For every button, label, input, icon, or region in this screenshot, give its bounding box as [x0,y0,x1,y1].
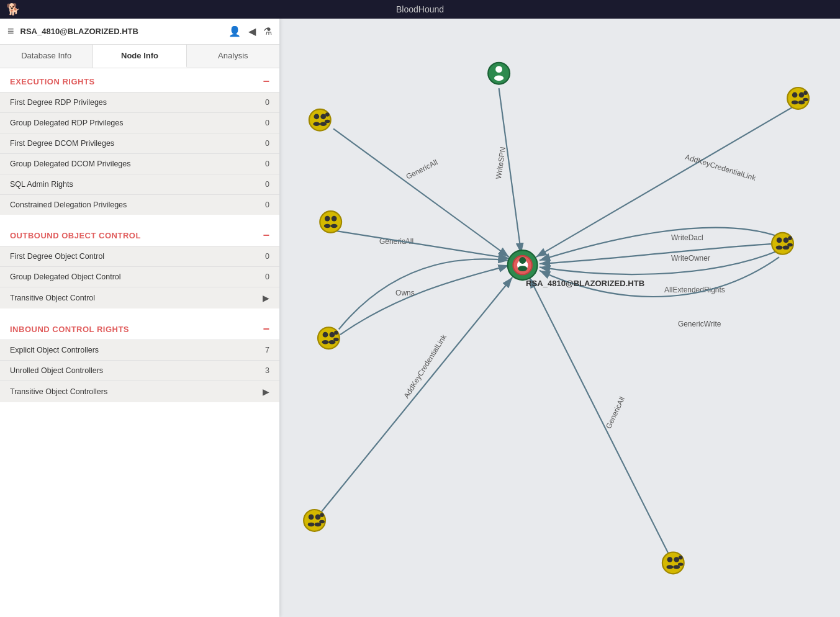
collapse-inbound[interactable]: − [263,323,269,335]
svg-point-53 [334,331,338,335]
svg-point-56 [325,216,330,222]
svg-point-26 [494,75,504,81]
svg-text:AddKeyCredentialLink: AddKeyCredentialLink [684,153,757,182]
row-constrained-delegation[interactable]: Constrained Delegation Privileges 0 [0,194,279,215]
svg-line-3 [333,128,509,257]
app-title: BloodHound [396,4,444,14]
svg-point-62 [315,515,321,520]
divider-2 [0,308,279,316]
menu-icon[interactable]: ≡ [7,25,14,38]
filter-icon[interactable]: ⚗ [263,25,272,37]
svg-point-65 [320,513,324,517]
svg-point-57 [332,216,337,222]
svg-point-22 [518,266,527,271]
sidebar-header: ≡ RSA_4810@BLAZORIZED.HTB 👤 ◀ ⚗ [0,19,279,45]
svg-point-70 [666,565,673,569]
svg-point-33 [325,120,330,123]
svg-point-68 [667,557,672,562]
svg-line-15 [530,277,671,559]
row-first-degree-rdp[interactable]: First Degree RDP Privileges 0 [0,92,279,112]
row-first-degree-object-control[interactable]: First Degree Object Control 0 [0,246,279,266]
brand-icon: 🐕 [6,2,20,16]
svg-text:Owns: Owns [395,289,415,297]
svg-point-61 [309,515,314,520]
svg-point-73 [678,562,684,565]
svg-point-39 [803,91,808,95]
collapse-outbound[interactable]: − [263,230,269,241]
row-group-delegated-rdp[interactable]: Group Delegated RDP Privileges 0 [0,112,279,133]
svg-point-36 [799,92,805,98]
section-inbound-control-rights: INBOUND CONTROL RIGHTS − Explicit Object… [0,316,279,402]
svg-point-37 [792,101,798,105]
svg-point-29 [320,114,326,119]
tab-analysis[interactable]: Analysis [187,45,279,68]
svg-point-30 [313,122,320,126]
back-icon[interactable]: ◀ [248,25,256,37]
graph-svg: WriteSPN GenericAll AddKeyCredentialLink… [279,19,840,617]
section-header-outbound: OUTBOUND OBJECT CONTROL − [0,222,279,246]
header-icons: 👤 ◀ ⚗ [228,25,272,37]
svg-point-58 [324,224,331,228]
row-sql-admin[interactable]: SQL Admin Rights 0 [0,174,279,194]
svg-point-59 [331,224,338,228]
row-explicit-object-controllers[interactable]: Explicit Object Controllers 7 [0,340,279,360]
svg-point-51 [322,340,329,345]
node-title: RSA_4810@BLAZORIZED.HTB [20,27,228,36]
svg-point-69 [674,557,679,562]
svg-line-5 [536,105,796,257]
svg-point-46 [788,236,792,240]
svg-point-44 [776,246,783,250]
svg-text:RSA_4810@BLAZORIZED.HTB: RSA_4810@BLAZORIZED.HTB [526,279,644,288]
section-header-execution-rights: EXECUTION RIGHTS − [0,68,279,92]
row-transitive-object-controllers[interactable]: Transitive Object Controllers ▶ [0,381,279,402]
svg-text:GenericWrite: GenericWrite [678,320,721,328]
row-group-delegated-object-control[interactable]: Group Delegated Object Control 0 [0,266,279,287]
svg-text:GenericAll: GenericAll [405,158,439,181]
section-title-outbound: OUTBOUND OBJECT CONTROL [10,231,141,240]
svg-text:WriteOwner: WriteOwner [671,254,710,263]
svg-point-32 [325,112,330,117]
svg-text:WriteSPN: WriteSPN [494,146,507,180]
svg-point-35 [792,92,798,98]
row-unrolled-object-controllers[interactable]: Unrolled Object Controllers 3 [0,360,279,381]
svg-point-72 [679,556,683,560]
collapse-execution-rights[interactable]: − [263,76,269,87]
row-first-degree-dcom[interactable]: First Degree DCOM Privileges 0 [0,133,279,153]
svg-point-24 [488,63,510,84]
svg-text:WriteDacl: WriteDacl [671,233,703,242]
svg-point-47 [787,243,793,246]
svg-point-21 [519,257,526,264]
section-title-inbound: INBOUND CONTROL RIGHTS [10,325,129,334]
svg-point-63 [308,523,315,527]
section-execution-rights: EXECUTION RIGHTS − First Degree RDP Priv… [0,68,279,215]
tab-node-info[interactable]: Node Info [93,45,186,68]
svg-point-55 [320,211,341,233]
user-icon[interactable]: 👤 [228,25,241,37]
section-outbound-object-control: OUTBOUND OBJECT CONTROL − First Degree O… [0,222,279,308]
tabs: Database Info Node Info Analysis [0,45,279,68]
svg-point-66 [319,520,325,523]
row-transitive-object-control[interactable]: Transitive Object Control ▶ [0,287,279,308]
app-container: ≡ RSA_4810@BLAZORIZED.HTB 👤 ◀ ⚗ Database… [0,19,840,617]
divider-1 [0,215,279,222]
svg-point-50 [330,332,335,338]
section-title-execution-rights: EXECUTION RIGHTS [10,77,95,86]
svg-line-13 [320,277,512,514]
section-header-inbound: INBOUND CONTROL RIGHTS − [0,316,279,340]
svg-point-42 [777,238,782,243]
svg-point-25 [495,66,502,73]
svg-point-28 [314,114,319,119]
titlebar: 🐕 BloodHound [0,0,840,19]
svg-point-43 [784,238,789,243]
svg-point-49 [323,332,328,338]
svg-line-17 [331,230,509,259]
row-group-delegated-dcom[interactable]: Group Delegated DCOM Privileges 0 [0,153,279,174]
svg-point-54 [333,338,339,341]
svg-text:AddKeyCredentialLink: AddKeyCredentialLink [402,333,448,400]
svg-point-40 [803,98,808,101]
sidebar: ≡ RSA_4810@BLAZORIZED.HTB 👤 ◀ ⚗ Database… [0,19,279,617]
svg-text:GenericAll: GenericAll [604,395,626,430]
graph-area: WriteSPN GenericAll AddKeyCredentialLink… [279,19,840,617]
tab-database-info[interactable]: Database Info [0,45,93,68]
